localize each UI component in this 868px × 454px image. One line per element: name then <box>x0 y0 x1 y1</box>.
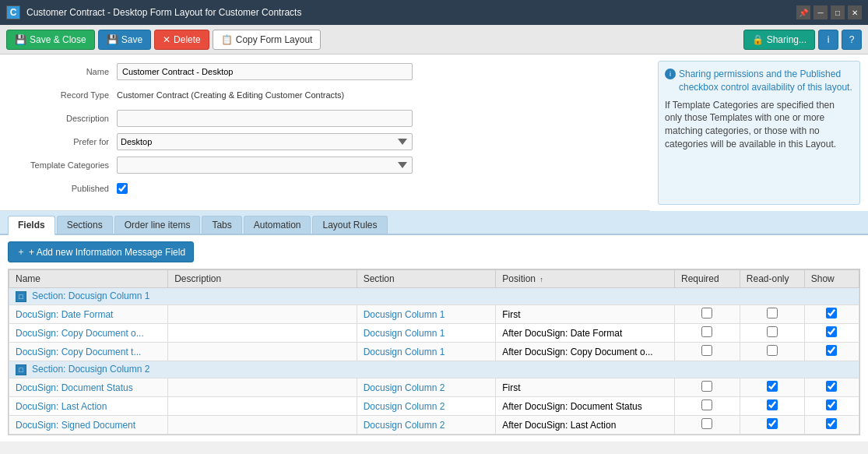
prefer-for-row: Prefer for Desktop <box>16 132 634 151</box>
show-checkbox-copy-doc-t[interactable] <box>826 345 837 356</box>
col-header-show: Show <box>804 270 859 288</box>
sort-icon: ↑ <box>539 276 543 283</box>
field-desc-date-format <box>168 305 357 324</box>
prefer-for-select[interactable]: Desktop <box>117 133 413 150</box>
tab-sections[interactable]: Sections <box>57 216 113 234</box>
help-button[interactable]: ? <box>842 30 862 50</box>
readonly-checkbox-last-action[interactable] <box>767 399 778 410</box>
tab-tabs[interactable]: Tabs <box>202 216 241 234</box>
copy-form-layout-button[interactable]: 📋 Copy Form Layout <box>213 30 322 50</box>
tab-layout-rules-label: Layout Rules <box>322 220 377 231</box>
field-name-link-doc-status[interactable]: DocuSign: Document Status <box>16 382 133 393</box>
sharing-button[interactable]: 🔒 Sharing... <box>743 30 815 50</box>
table-container[interactable]: Name Description Section Position ↑ <box>8 269 860 435</box>
field-name-link-last-action[interactable]: DocuSign: Last Action <box>16 401 107 412</box>
field-section-doc-status: Docusign Column 2 <box>357 378 496 397</box>
delete-label: Delete <box>174 34 201 45</box>
field-required-copy-doc-t <box>674 343 740 361</box>
field-desc-copy-doc-o <box>168 324 357 343</box>
info-panel-text2: If Template Categories are specified the… <box>665 100 836 150</box>
readonly-checkbox-doc-status[interactable] <box>767 381 778 392</box>
readonly-checkbox-copy-doc-o[interactable] <box>767 326 778 337</box>
field-desc-copy-doc-t <box>168 343 357 361</box>
field-section-link-copy-doc-o[interactable]: Docusign Column 1 <box>364 328 445 339</box>
tab-fields[interactable]: Fields <box>8 216 55 235</box>
table-row: DocuSign: Last Action Docusign Column 2 … <box>9 397 859 416</box>
field-name-link-date-format[interactable]: DocuSign: Date Format <box>16 309 113 320</box>
info-panel-header: i Sharing permissions and the Published … <box>665 68 853 94</box>
show-checkbox-signed-doc[interactable] <box>826 418 837 429</box>
form-info-layout: Name Record Type Customer Contract (Crea… <box>0 55 868 211</box>
published-checkbox[interactable] <box>117 183 128 194</box>
field-name-link-copy-doc-o[interactable]: DocuSign: Copy Document o... <box>16 328 144 339</box>
field-position-date-format: First <box>496 305 675 324</box>
show-checkbox-last-action[interactable] <box>826 399 837 410</box>
readonly-checkbox-signed-doc[interactable] <box>767 418 778 429</box>
required-checkbox-signed-doc[interactable] <box>701 418 712 429</box>
tab-sections-label: Sections <box>67 220 103 231</box>
readonly-checkbox-date-format[interactable] <box>767 308 778 319</box>
template-categories-row: Template Categories <box>16 156 634 174</box>
field-section-link-last-action[interactable]: Docusign Column 2 <box>364 401 445 412</box>
required-checkbox-copy-doc-o[interactable] <box>701 326 712 337</box>
published-row: Published <box>16 179 634 198</box>
section-collapse-btn-2[interactable]: □ <box>16 364 26 375</box>
field-section-link-signed-doc[interactable]: Docusign Column 2 <box>364 420 445 431</box>
close-button[interactable]: ✕ <box>848 5 862 19</box>
title-bar-text: Customer Contract - Desktop Form Layout … <box>26 7 790 18</box>
readonly-checkbox-copy-doc-t[interactable] <box>767 345 778 356</box>
tab-order-line-items[interactable]: Order line items <box>114 216 201 234</box>
field-name-date-format: DocuSign: Date Format <box>9 305 168 324</box>
maximize-button[interactable]: □ <box>831 5 845 19</box>
form-main: Name Record Type Customer Contract (Crea… <box>0 55 650 211</box>
table-body: □ Section: Docusign Column 1 DocuSign: D… <box>9 288 859 435</box>
field-section-link-doc-status[interactable]: Docusign Column 2 <box>364 382 445 393</box>
delete-button[interactable]: ✕ Delete <box>154 30 209 50</box>
name-input[interactable] <box>117 63 413 80</box>
info-panel-text2-wrap: If Template Categories are specified the… <box>665 99 853 151</box>
field-section-link-copy-doc-t[interactable]: Docusign Column 1 <box>364 347 445 357</box>
main-content: Name Record Type Customer Contract (Crea… <box>0 55 868 442</box>
field-section-link-date-format[interactable]: Docusign Column 1 <box>364 309 445 320</box>
template-categories-select[interactable] <box>117 157 413 174</box>
field-position-signed-doc: After DocuSign: Last Action <box>496 416 675 435</box>
save-button[interactable]: 💾 Save <box>98 30 151 50</box>
col-header-name: Name <box>9 270 168 288</box>
tab-automation-label: Automation <box>254 220 301 231</box>
required-checkbox-copy-doc-t[interactable] <box>701 345 712 356</box>
info-button[interactable]: i <box>818 30 838 50</box>
field-readonly-doc-status <box>740 378 804 397</box>
add-information-message-field-button[interactable]: ＋ + Add new Information Message Field <box>8 241 194 262</box>
col-header-position[interactable]: Position ↑ <box>496 270 675 288</box>
required-checkbox-date-format[interactable] <box>701 308 712 319</box>
show-checkbox-copy-doc-o[interactable] <box>826 326 837 337</box>
field-name-last-action: DocuSign: Last Action <box>9 397 168 416</box>
toolbar-right: 🔒 Sharing... i ? <box>743 30 862 50</box>
toolbar: 💾 Save & Close 💾 Save ✕ Delete 📋 Copy Fo… <box>0 25 868 55</box>
description-input[interactable] <box>117 110 413 127</box>
lock-icon: 🔒 <box>752 34 764 45</box>
minimize-button[interactable]: ─ <box>814 5 828 19</box>
field-section-date-format: Docusign Column 1 <box>357 305 496 324</box>
field-position-doc-status: First <box>496 378 675 397</box>
field-name-link-copy-doc-t[interactable]: DocuSign: Copy Document t... <box>16 347 141 357</box>
tab-layout-rules[interactable]: Layout Rules <box>312 216 387 234</box>
section-row-cell-docusign-col1: □ Section: Docusign Column 1 <box>9 288 859 305</box>
record-type-row: Record Type Customer Contract (Creating … <box>16 86 634 104</box>
show-checkbox-doc-status[interactable] <box>826 381 837 392</box>
required-checkbox-last-action[interactable] <box>701 399 712 410</box>
help-icon: ? <box>849 34 855 45</box>
field-name-link-signed-doc[interactable]: DocuSign: Signed Document <box>16 420 135 431</box>
show-checkbox-date-format[interactable] <box>826 308 837 319</box>
pin-button[interactable]: 📌 <box>796 5 810 19</box>
save-close-button[interactable]: 💾 Save & Close <box>6 30 95 50</box>
save-label: Save <box>121 34 142 45</box>
section-collapse-btn-1[interactable]: □ <box>16 291 26 302</box>
required-checkbox-doc-status[interactable] <box>701 381 712 392</box>
app-icon: C <box>6 5 20 19</box>
description-label: Description <box>16 114 117 123</box>
tab-automation[interactable]: Automation <box>244 216 311 234</box>
fields-table: Name Description Section Position ↑ <box>9 269 859 435</box>
record-type-value: Customer Contract (Creating & Editing Cu… <box>117 89 344 101</box>
field-name-signed-doc: DocuSign: Signed Document <box>9 416 168 435</box>
